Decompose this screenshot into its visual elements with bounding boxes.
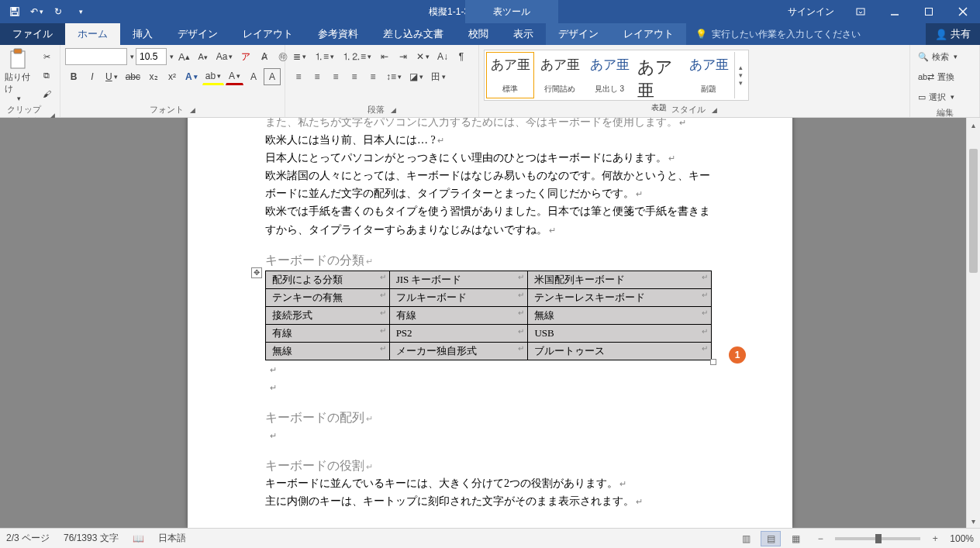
phonetic-guide-button[interactable]: ア	[237, 48, 254, 65]
table-row[interactable]: 接続形式有線無線	[266, 306, 712, 324]
zoom-slider[interactable]	[835, 537, 920, 540]
find-button[interactable]: 🔍 検索▾	[915, 48, 975, 65]
font-dialog-launcher[interactable]: ◢	[190, 106, 195, 114]
ribbon-display-options[interactable]	[844, 0, 878, 23]
char-border-button[interactable]: A	[264, 68, 281, 85]
zoom-out-button[interactable]: −	[810, 531, 830, 546]
tab-insert[interactable]: 挿入	[120, 23, 165, 45]
save-button[interactable]	[5, 2, 25, 21]
zoom-level[interactable]: 100%	[950, 533, 974, 544]
table-row[interactable]: 配列による分類JIS キーボード米国配列キーボード	[266, 271, 712, 288]
highlight-button[interactable]: ab▾	[202, 68, 224, 85]
font-size-input[interactable]	[136, 48, 167, 65]
strikethrough-button[interactable]: abc	[122, 68, 143, 85]
grow-font-button[interactable]: A▴	[175, 48, 193, 65]
asian-layout-button[interactable]: ✕▾	[413, 48, 433, 65]
style-subtitle[interactable]: あア亜副題	[685, 52, 733, 98]
italic-button[interactable]: I	[84, 68, 101, 85]
table-move-handle[interactable]: ✥	[251, 267, 262, 278]
bullets-button[interactable]: ≣▾	[290, 48, 309, 65]
page-count[interactable]: 2/3 ページ	[6, 532, 50, 545]
increase-indent-button[interactable]: ⇥	[395, 48, 412, 65]
table-row[interactable]: テンキーの有無フルキーボードテンキーレスキーボード	[266, 288, 712, 306]
scroll-down-arrow[interactable]: ▾	[967, 514, 980, 528]
paragraph-empty[interactable]	[265, 360, 715, 378]
undo-button[interactable]: ↶▾	[26, 2, 47, 21]
decrease-indent-button[interactable]: ⇤	[376, 48, 393, 65]
paragraph[interactable]: 主に内側のキーは、キートップに刻印された文字がそのまま表示されます。	[265, 492, 715, 510]
paragraph[interactable]: また、私たちが文字をパソコンに入力するためには、今はキーボードを使用します。	[265, 118, 715, 131]
tab-design[interactable]: デザイン	[165, 23, 230, 45]
tab-review[interactable]: 校閲	[456, 23, 501, 45]
line-spacing-button[interactable]: ↕≡▾	[383, 68, 405, 85]
align-right-button[interactable]: ≡	[327, 68, 344, 85]
tab-references[interactable]: 参考資料	[305, 23, 371, 45]
language-status[interactable]: 日本語	[158, 532, 186, 545]
heading[interactable]: キーボードの分類	[265, 253, 715, 269]
select-button[interactable]: ▭ 選択▾	[915, 88, 975, 105]
tab-layout[interactable]: レイアウト	[230, 23, 305, 45]
borders-button[interactable]: 田▾	[428, 68, 449, 85]
tab-view[interactable]: 表示	[501, 23, 546, 45]
paragraph[interactable]: 欧米人には当り前、日本人には… ?	[265, 131, 715, 149]
format-painter-button[interactable]: 🖌	[38, 86, 55, 102]
close-button[interactable]	[946, 0, 980, 23]
align-left-button[interactable]: ≡	[290, 68, 307, 85]
paragraph[interactable]: キーボードに並んでいるキーには、大きく分けて2つの役割があります。	[265, 474, 715, 492]
numbering-button[interactable]: ⒈≡▾	[311, 48, 337, 65]
underline-button[interactable]: U▾	[102, 68, 121, 85]
tab-mailings[interactable]: 差し込み文書	[371, 23, 456, 45]
paragraph-empty[interactable]	[265, 378, 715, 396]
keyboard-table[interactable]: 配列による分類JIS キーボード米国配列キーボード テンキーの有無フルキーボード…	[265, 271, 712, 360]
font-name-input[interactable]	[65, 48, 127, 65]
spellcheck-icon[interactable]: 📖	[133, 533, 144, 544]
table-row[interactable]: 無線メーカー独自形式ブルートゥース	[266, 342, 712, 360]
show-marks-button[interactable]: ¶	[453, 48, 470, 65]
tab-table-layout[interactable]: レイアウト	[611, 23, 686, 45]
style-no-spacing[interactable]: あア亜行間詰め	[536, 52, 584, 98]
style-gallery-more[interactable]: ▴▾▾	[734, 52, 747, 98]
zoom-in-button[interactable]: +	[925, 531, 945, 546]
change-case-button[interactable]: Aa▾	[213, 48, 236, 65]
heading[interactable]: キーボードの配列	[265, 410, 715, 426]
paragraph[interactable]: 欧米諸国の人々にとっては、キーボードはなじみ易いものなのです。何故かというと、キ…	[265, 167, 715, 202]
heading[interactable]: キーボードの役割	[265, 458, 715, 474]
font-color-button[interactable]: A▾	[226, 68, 243, 85]
multilevel-list-button[interactable]: ⒈⒉≡▾	[339, 48, 374, 65]
shading-button[interactable]: ◪▾	[406, 68, 426, 85]
web-layout-button[interactable]: ▦	[785, 531, 806, 546]
text-effects-button[interactable]: A▾	[182, 68, 201, 85]
justify-button[interactable]: ≡	[346, 68, 363, 85]
font-size-dropdown[interactable]: ▾	[170, 53, 174, 60]
clear-formatting-button[interactable]: A̷	[256, 48, 273, 65]
styles-dialog-launcher[interactable]: ◢	[712, 106, 717, 114]
redo-button[interactable]: ↻	[48, 2, 68, 21]
paragraph-dialog-launcher[interactable]: ◢	[391, 106, 396, 114]
shrink-font-button[interactable]: A▾	[195, 48, 212, 65]
tab-home[interactable]: ホーム	[65, 23, 120, 45]
word-count[interactable]: 76/1393 文字	[64, 532, 119, 545]
tab-file[interactable]: ファイル	[0, 23, 65, 45]
paragraph-empty[interactable]	[265, 426, 715, 444]
qat-customize[interactable]: ▾	[70, 2, 90, 21]
style-title[interactable]: あア亜表題	[635, 52, 683, 98]
paste-button[interactable]: 貼り付け ▾	[5, 48, 32, 102]
tab-table-design[interactable]: デザイン	[546, 23, 611, 45]
table-row[interactable]: 有線PS2USB	[266, 324, 712, 342]
replace-button[interactable]: ab⇄ 置換	[915, 68, 975, 85]
char-shading-button[interactable]: A	[245, 68, 262, 85]
share-button[interactable]: 👤 共有	[926, 23, 980, 45]
page[interactable]: また、私たちが文字をパソコンに入力するためには、今はキーボードを使用します。 欧…	[188, 118, 792, 528]
print-layout-button[interactable]: ▤	[761, 531, 781, 546]
tell-me[interactable]: 💡 実行したい作業を入力してください	[686, 23, 926, 45]
subscript-button[interactable]: x₂	[145, 68, 162, 85]
superscript-button[interactable]: x²	[164, 68, 181, 85]
paragraph[interactable]: 欧米では手紙を書くのもタイプを使う習慣がありました。日本では筆と便箋で手紙を書き…	[265, 202, 715, 238]
copy-button[interactable]: ⧉	[38, 67, 55, 83]
read-mode-button[interactable]: ▥	[736, 531, 756, 546]
style-normal[interactable]: あア亜標準	[486, 52, 534, 98]
font-name-dropdown[interactable]: ▾	[130, 53, 134, 60]
style-heading3[interactable]: あア亜見出し 3	[585, 52, 633, 98]
bold-button[interactable]: B	[65, 68, 82, 85]
minimize-button[interactable]	[878, 0, 912, 23]
